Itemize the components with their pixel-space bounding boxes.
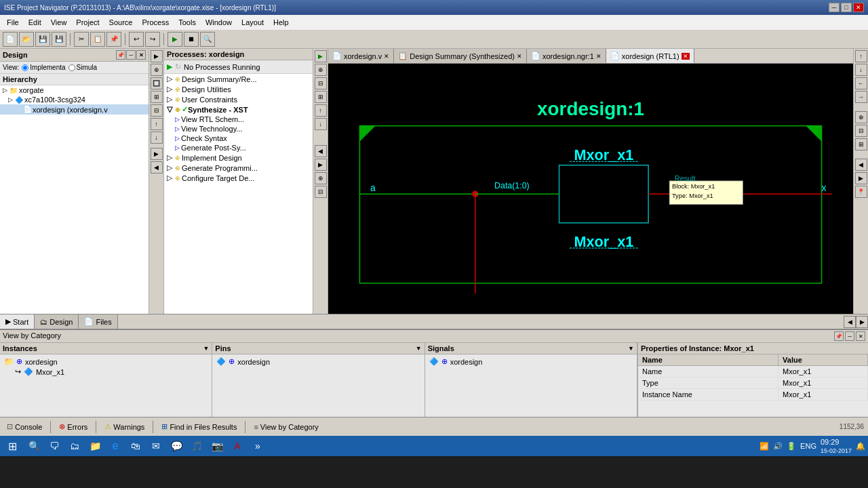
run-button[interactable]: ▶	[167, 32, 182, 47]
mid-vt-3[interactable]: ⊟	[315, 77, 327, 89]
vt-btn-4[interactable]: ⊞	[151, 91, 163, 103]
proc-implement[interactable]: ▷ ⊕ Implement Design	[164, 152, 313, 163]
stop-button[interactable]: ⏹	[184, 32, 199, 47]
taskbar-mail[interactable]: ✉	[147, 437, 165, 455]
find-results-tab[interactable]: ⊞ Find in Files Results	[159, 421, 239, 432]
proc-generate-post[interactable]: ▷ Generate Post-Sy...	[164, 143, 313, 152]
taskbar-photos[interactable]: 📷	[208, 437, 226, 455]
pins-scroll-btn[interactable]: ▼	[416, 345, 422, 352]
copy-button[interactable]: 📋	[90, 32, 105, 47]
proc-view-rtl[interactable]: ▷ View RTL Schem...	[164, 115, 313, 124]
taskbar-task-view[interactable]: 🗂	[66, 437, 83, 455]
tab-close-3[interactable]: ✕	[596, 53, 601, 60]
mid-vt-9[interactable]: ⊕	[315, 172, 327, 184]
rv-10[interactable]: 📍	[855, 186, 867, 198]
vt-btn-2[interactable]: ⊕	[151, 64, 163, 76]
vt-btn-6[interactable]: ↑	[151, 118, 163, 130]
rv-5[interactable]: ⊕	[855, 111, 867, 123]
pin-xordesign[interactable]: 🔷 ⊕ xordesign	[216, 357, 420, 367]
taskbar-music[interactable]: 🎵	[188, 437, 205, 455]
mid-vt-6[interactable]: ↓	[315, 118, 327, 130]
panel-pin[interactable]: 📌	[116, 50, 125, 60]
paste-button[interactable]: 📌	[106, 32, 121, 47]
taskbar-extra[interactable]: »	[249, 437, 267, 455]
proc-design-utilities[interactable]: ▷ ⊕ Design Utilities	[164, 84, 313, 94]
open-button[interactable]: 📂	[19, 32, 34, 47]
menu-source[interactable]: Source	[105, 17, 137, 28]
tree-item-device[interactable]: ▷ 🔷 xc7a100t-3csg324	[0, 95, 149, 104]
signals-scroll-btn[interactable]: ▼	[628, 345, 634, 352]
save-all-button[interactable]: 💾	[52, 32, 66, 47]
close-button[interactable]: ✕	[853, 3, 864, 12]
mid-vt-8[interactable]: ▶	[315, 159, 327, 171]
taskbar-ie[interactable]: e	[106, 437, 124, 455]
taskbar-store[interactable]: 🛍	[127, 437, 144, 455]
radio-simulation[interactable]: Simula	[68, 64, 98, 71]
rv-6[interactable]: ⊟	[855, 125, 867, 137]
nav-prev[interactable]: ◀	[844, 316, 856, 328]
taskbar-file-explorer[interactable]: 📁	[86, 437, 104, 455]
proc-synthesize[interactable]: ▽ ⊕ ✓ Synthesize - XST	[164, 104, 313, 115]
tab-close-4[interactable]: ✕	[682, 53, 690, 60]
mid-vt-1[interactable]: ▶	[315, 50, 327, 62]
notification-icon[interactable]: 🔔	[856, 442, 865, 451]
taskbar-chat-icon[interactable]: 🗨	[45, 437, 63, 455]
menu-layout[interactable]: Layout	[237, 17, 268, 28]
taskbar-search-icon[interactable]: 🔍	[25, 437, 43, 455]
panel-minimize[interactable]: ─	[126, 50, 136, 60]
proc-design-summary[interactable]: ▷ ⊕ Design Summary/Re...	[164, 74, 313, 84]
signal-xordesign[interactable]: 🔷 ⊕ xordesign	[429, 357, 633, 367]
rv-8[interactable]: ◀	[855, 159, 867, 171]
tab-design-summary[interactable]: 📋 Design Summary (Synthesized) ✕	[394, 49, 527, 63]
tree-item-xordesign[interactable]: 📄 xordesign (xordesign.v	[0, 104, 149, 115]
mid-vt-5[interactable]: ↑	[315, 104, 327, 117]
bp-min[interactable]: ─	[845, 331, 854, 341]
lang-indicator[interactable]: ENG	[800, 442, 816, 450]
save-button[interactable]: 💾	[35, 32, 50, 47]
tab-rtl1[interactable]: 📄 xordesign (RTL1) ✕	[606, 49, 694, 63]
redo-button[interactable]: ↪	[145, 32, 160, 47]
rv-9[interactable]: ▶	[855, 172, 867, 184]
view-by-cat-tab[interactable]: ≡ View by Category	[251, 422, 321, 432]
rv-4[interactable]: →	[855, 91, 867, 103]
vt-btn-1[interactable]: ▶	[151, 50, 163, 62]
rv-1[interactable]: ↑	[855, 50, 867, 62]
undo-button[interactable]: ↩	[129, 32, 144, 47]
menu-window[interactable]: Window	[201, 17, 236, 28]
zoom-button[interactable]: 🔍	[200, 32, 215, 47]
bp-close[interactable]: ✕	[856, 331, 865, 341]
mid-vt-7[interactable]: ◀	[315, 145, 327, 157]
vt-btn-expand[interactable]: ▶	[151, 148, 163, 160]
instances-scroll-btn[interactable]: ▼	[203, 345, 209, 352]
bot-tab-start[interactable]: ▶ Start	[0, 314, 35, 329]
proc-generate-prog[interactable]: ▷ ⊕ Generate Programmi...	[164, 163, 313, 173]
tab-close-2[interactable]: ✕	[517, 53, 522, 60]
panel-close[interactable]: ✕	[136, 50, 146, 60]
mid-vt-4[interactable]: ⊞	[315, 91, 327, 103]
instance-mxor[interactable]: ↪ 🔷 Mxor_x1	[4, 367, 208, 377]
tab-xordesign-ngr[interactable]: 📄 xordesign.ngr:1 ✕	[527, 49, 606, 63]
start-button[interactable]: ⊞	[3, 437, 22, 455]
proc-configure[interactable]: ▷ ⊕ Configure Target De...	[164, 173, 313, 183]
mid-vt-10[interactable]: ⊟	[315, 186, 327, 198]
schematic-canvas[interactable]: xordesign:1 Mxor_x1 Mxor_x1	[328, 64, 853, 314]
rv-7[interactable]: ⊞	[855, 138, 867, 150]
bp-pin[interactable]: 📌	[834, 331, 844, 341]
proc-check-syntax[interactable]: ▷ Check Syntax	[164, 134, 313, 143]
nav-next[interactable]: ▶	[856, 316, 868, 328]
vt-btn-3[interactable]: 🔲	[151, 77, 163, 89]
taskbar-skype[interactable]: 💬	[167, 437, 185, 455]
minimize-button[interactable]: ─	[829, 3, 840, 12]
maximize-button[interactable]: □	[841, 3, 852, 12]
instance-xordesign[interactable]: 📁 ⊕ xordesign	[4, 357, 208, 367]
menu-file[interactable]: File	[3, 17, 23, 28]
vt-btn-collapse[interactable]: ◀	[151, 161, 163, 174]
rv-2[interactable]: ↓	[855, 64, 867, 76]
bot-tab-files[interactable]: 📄 Files	[79, 314, 117, 329]
new-button[interactable]: 📄	[3, 32, 18, 47]
tab-xordesign-v[interactable]: 📄 xordesign.v ✕	[328, 49, 394, 63]
menu-project[interactable]: Project	[72, 17, 103, 28]
menu-view[interactable]: View	[47, 17, 71, 28]
console-tab[interactable]: ⊡ Console	[4, 421, 45, 432]
radio-implementation[interactable]: Implementa	[22, 64, 65, 71]
